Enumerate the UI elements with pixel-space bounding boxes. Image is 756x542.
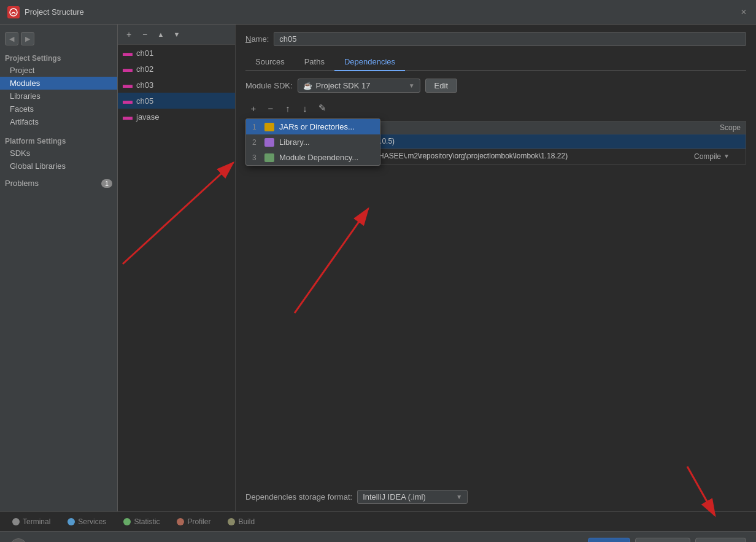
sidebar-item-artifacts[interactable]: Artifacts [0,115,117,128]
folder-icon-ch05: ▬ [123,95,133,106]
btab-profiler[interactable]: Profiler [169,515,218,528]
library-icon [264,138,274,147]
problems-badge: 1 [101,179,112,188]
build-icon [228,518,235,525]
folder-icon-ch01: ▬ [123,47,133,58]
folder-icon-ch03: ▬ [123,79,133,90]
btab-terminal[interactable]: Terminal [5,515,58,528]
module-entry-ch03[interactable]: ▬ ch03 [118,77,235,93]
title-bar: Project Structure × [0,0,756,25]
dep-col-scope: Scope [678,122,746,134]
module-entry-ch05[interactable]: ▬ ch05 [118,93,235,109]
sdk-chevron-icon: ▼ [409,82,415,89]
sidebar-item-modules[interactable]: Modules [0,77,117,90]
statistic-icon [123,518,131,525]
module-entries: ▬ ch01 ▬ ch02 ▬ ch03 ▬ ch05 ▬ javase [118,45,235,511]
move-module-down-button[interactable]: ▼ [169,27,184,42]
module-toolbar-buttons: + − ▲ ▼ [118,25,235,45]
dep-remove-button[interactable]: − [263,100,279,116]
menu-item-jars[interactable]: 1 JARs or Directories... [246,119,380,134]
name-row: Name: [245,32,746,46]
sdk-dropdown[interactable]: ☕ Project SDK 17 ▼ [298,79,420,93]
add-module-button[interactable]: + [122,27,136,42]
module-entry-ch02[interactable]: ▬ ch02 [118,61,235,77]
problems-label: Problems [5,179,101,188]
module-entry-javase[interactable]: ▬ javase [118,109,235,125]
app-icon [7,6,20,18]
content-spacer [245,165,746,483]
platform-settings-header: Platform Settings [0,133,117,147]
menu-item-module-dep[interactable]: 3 Module Dependency... [246,150,380,165]
sidebar-item-global-libraries[interactable]: Global Libraries [0,160,117,172]
name-label: Name: [245,34,269,44]
module-list-panel: + − ▲ ▼ ▬ ch01 ▬ ch02 ▬ ch03 ▬ ch05 ▬ [118,25,236,511]
move-module-up-button[interactable]: ▲ [153,27,168,42]
sidebar: ◀ ▶ Project Settings Project Modules Lib… [0,25,118,511]
close-button[interactable]: × [739,7,749,17]
scope-compile-text: Compile [694,152,721,161]
services-icon [68,518,75,525]
storage-value: IntelliJ IDEA (.iml) [363,492,426,501]
btab-statistic[interactable]: Statistic [116,515,167,528]
bottom-bar: ? OK Cancel Apply [0,531,756,542]
dep-toolbar: + − ↑ ↓ ✎ 1 JARs or Directories... 2 Lib… [245,100,746,116]
java-sdk-icon: ☕ [303,82,312,90]
nav-forward-button[interactable]: ▶ [21,32,34,45]
profiler-icon [177,518,184,525]
scope-chevron-icon: ▼ [723,153,730,160]
terminal-icon [12,518,20,525]
sdk-edit-button[interactable]: Edit [425,79,457,93]
remove-module-button[interactable]: − [137,27,152,42]
name-input[interactable] [274,32,746,46]
folder-icon-javase: ▬ [123,111,133,122]
btab-services[interactable]: Services [60,515,114,528]
dep-edit-button[interactable]: ✎ [314,100,330,116]
problems-row[interactable]: Problems 1 [0,175,117,192]
nav-back-button[interactable]: ◀ [5,32,18,45]
nav-arrows: ◀ ▶ [0,29,117,50]
tab-paths[interactable]: Paths [295,53,334,71]
dep-up-button[interactable]: ↑ [280,100,296,116]
tabs-row: Sources Paths Dependencies [245,53,746,71]
sdk-row: Module SDK: ☕ Project SDK 17 ▼ Edit [245,79,746,93]
tab-dependencies[interactable]: Dependencies [334,53,405,71]
jars-icon [264,123,274,131]
add-dependency-dropdown: 1 JARs or Directories... 2 Library... 3 … [245,118,380,166]
ok-button[interactable]: OK [588,538,630,542]
bottom-tabs: Terminal Services Statistic Profiler Bui… [0,511,756,531]
storage-chevron-icon: ▼ [456,494,462,500]
dep-scope-lombok[interactable]: Compile ▼ [678,150,746,163]
sidebar-item-project[interactable]: Project [0,64,117,77]
sidebar-item-sdks[interactable]: SDKs [0,147,117,160]
storage-dropdown[interactable]: IntelliJ IDEA (.iml) ▼ [357,490,468,504]
btab-build[interactable]: Build [220,515,262,528]
tab-sources[interactable]: Sources [245,53,295,71]
menu-item-library[interactable]: 2 Library... [246,134,380,150]
content-panel: Name: Sources Paths Dependencies Module … [236,25,756,511]
sdk-value: Project SDK 17 [316,81,371,90]
window-title: Project Structure [25,7,739,17]
apply-button[interactable]: Apply [695,538,746,542]
dep-down-button[interactable]: ↓ [297,100,313,116]
dep-add-button[interactable]: + [245,100,261,116]
sidebar-item-libraries[interactable]: Libraries [0,90,117,103]
storage-label: Dependencies storage format: [245,492,352,501]
project-settings-header: Project Settings [0,50,117,64]
folder-icon-ch02: ▬ [123,63,133,74]
sdk-label: Module SDK: [245,81,293,90]
sidebar-item-facets[interactable]: Facets [0,103,117,115]
main-layout: ◀ ▶ Project Settings Project Modules Lib… [0,25,756,511]
help-button[interactable]: ? [10,538,27,543]
module-dep-icon [264,153,274,162]
cancel-button[interactable]: Cancel [635,538,690,542]
storage-row: Dependencies storage format: IntelliJ ID… [245,490,746,504]
module-entry-ch01[interactable]: ▬ ch01 [118,45,235,61]
dep-scope-sdk [678,139,746,144]
